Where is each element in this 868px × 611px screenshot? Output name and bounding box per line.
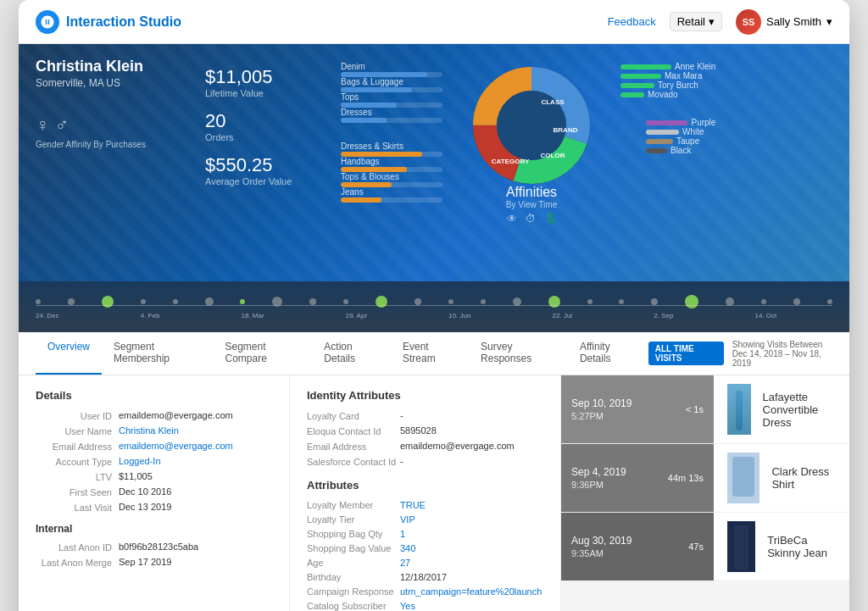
timeline-bubble [481, 299, 486, 304]
activity-date-left: Aug 30, 2019 9:35AM [571, 535, 632, 558]
attr-value[interactable]: Yes [400, 601, 543, 611]
category-bar-item: Jeans [341, 187, 442, 203]
activity-time: 9:35AM [571, 548, 632, 558]
svg-text:BRAND: BRAND [554, 126, 578, 134]
attr-value[interactable]: 27 [400, 558, 543, 568]
banner-content: Christina Klein Somerville, MA US ♀ ♂ Ge… [36, 58, 832, 225]
male-icon: ♂ [55, 114, 70, 136]
avg-order-label: Average Order Value [205, 176, 324, 186]
svg-text:COLOR: COLOR [541, 152, 565, 159]
chevron-down-icon: ▾ [709, 15, 715, 28]
detail-value: emaildemo@evergage.com [119, 410, 272, 420]
identity-value: emaildemo@evergage.com [400, 441, 543, 451]
attribute-row: Loyalty Member TRUE [307, 500, 543, 510]
retail-selector[interactable]: Retail ▾ [670, 12, 722, 31]
timeline-bubble [205, 297, 214, 306]
attribute-row: Catalog Subscriber Yes [307, 601, 543, 611]
tab-event-stream[interactable]: Event Stream [391, 332, 469, 375]
timeline-date: 4. Feb [141, 312, 160, 319]
detail-row: Account Type Logged-In [36, 456, 272, 467]
attr-value[interactable]: 340 [400, 543, 543, 553]
attr-value[interactable]: 1 [400, 529, 543, 539]
timeline-bubble [619, 299, 624, 304]
attr-value[interactable]: TRUE [400, 500, 543, 510]
detail-key: User Name [36, 425, 112, 436]
timeline-date: 2. Sep [654, 312, 673, 319]
detail-value: b0f96b28123c5aba [119, 542, 272, 552]
class-bar-item: Denim [341, 62, 442, 77]
detail-row: User Name Christina Klein [36, 425, 272, 436]
color-bar-item: Purple [646, 118, 715, 127]
tab-overview[interactable]: Overview [36, 332, 102, 375]
attribute-row: Campaign Response utm_campaign=feature%2… [307, 586, 543, 597]
attribute-row: Birthday 12/18/2017 [307, 572, 543, 582]
timeline-bubble [513, 297, 521, 306]
activity-duration: 47s [688, 542, 704, 552]
user-name: Sally Smith [766, 15, 821, 28]
product-image [727, 453, 760, 503]
timeline-date: 22. Jul [553, 312, 573, 319]
activity-panel: Sep 10, 2019 5:27PM < 1s Lafayette Conve… [561, 375, 849, 611]
activity-date-col: Sep 10, 2019 5:27PM < 1s [561, 375, 714, 443]
orders-metric: 20 Orders [205, 110, 324, 142]
tab-action-details[interactable]: Action Details [312, 332, 391, 375]
class-bar-item: Tops [341, 92, 442, 108]
tab-segment-membership[interactable]: Segment Membership [102, 332, 214, 375]
identity-key: Loyalty Card [307, 410, 400, 421]
header-right: Feedback Retail ▾ SS Sally Smith ▾ [608, 9, 832, 35]
detail-value[interactable]: Christina Klein [119, 425, 272, 436]
timeline-date: 29. Apr [346, 312, 367, 319]
timeline-bubble [309, 298, 316, 305]
date-range: Dec 14, 2018 – Nov 18, 2019 [732, 349, 832, 368]
detail-key: LTV [36, 471, 112, 482]
activity-item: Sep 10, 2019 5:27PM < 1s Lafayette Conve… [561, 375, 849, 444]
tab-affinity-details[interactable]: Affinity Details [568, 332, 648, 375]
profile-banner: Christina Klein Somerville, MA US ♀ ♂ Ge… [19, 44, 849, 281]
identity-value: - [400, 456, 543, 466]
user-menu[interactable]: SS Sally Smith ▾ [736, 9, 832, 35]
affinities-subtitle: By View Time [506, 200, 557, 209]
detail-value: $11,005 [119, 471, 272, 481]
clock-icon: ⏱ [526, 213, 536, 225]
identity-key: Email Address [307, 441, 400, 452]
timeline-bubble [415, 298, 421, 305]
affinities-section: Denim Bags & Luggage Tops Dresses Dresse… [341, 58, 832, 225]
detail-key: Last Anon ID [36, 542, 112, 553]
profile-info: Christina Klein Somerville, MA US ♀ ♂ Ge… [36, 58, 188, 225]
timeline-date: 24. Dec [36, 312, 59, 319]
all-time-badge[interactable]: ALL TIME VISITS [648, 342, 724, 365]
attr-key: Campaign Response [307, 586, 400, 597]
detail-value[interactable]: Logged-In [119, 456, 272, 466]
identity-value: - [400, 410, 543, 420]
orders-label: Orders [205, 132, 324, 142]
timeline-date: 18. Mar [241, 312, 264, 319]
class-bar-item: Bags & Luggage [341, 77, 442, 92]
activity-date-left: Sep 4, 2019 9:36PM [571, 466, 626, 490]
affinities-title: Affinities [506, 185, 557, 200]
lifetime-value-metric: $11,005 Lifetime Value [205, 66, 324, 98]
activity-date-col: Aug 30, 2019 9:35AM 47s [561, 513, 714, 580]
attribute-row: Age 27 [307, 558, 543, 568]
tabs-bar: OverviewSegment MembershipSegment Compar… [19, 332, 849, 375]
brand-color-bars: Anne Klein Max Mara Tory Burch Movado Pu… [620, 58, 715, 225]
eye-icon: 👁 [507, 213, 517, 225]
activity-date: Sep 10, 2019 [571, 397, 632, 409]
tab-survey-responses[interactable]: Survey Responses [469, 332, 568, 375]
detail-value[interactable]: emaildemo@evergage.com [119, 441, 272, 451]
internal-header: Internal [36, 523, 272, 535]
timeline-bubble [36, 299, 41, 304]
attr-value[interactable]: VIP [400, 514, 543, 525]
color-bar-item: White [646, 127, 715, 136]
activity-time: 9:36PM [571, 480, 626, 490]
attr-value[interactable]: utm_campaign=feature%20launch [400, 586, 543, 597]
timeline-bubble [793, 298, 800, 305]
tabs-left: OverviewSegment MembershipSegment Compar… [36, 332, 648, 375]
class-bars: Denim Bags & Luggage Tops Dresses Dresse… [341, 58, 442, 225]
tab-segment-compare[interactable]: Segment Compare [214, 332, 313, 375]
feedback-link[interactable]: Feedback [608, 15, 656, 28]
detail-row: First Seen Dec 10 2016 [36, 486, 272, 497]
timeline-bubble [240, 299, 245, 304]
attr-key: Catalog Subscriber [307, 601, 400, 611]
app-logo [36, 10, 59, 34]
identity-row: Salesforce Contact Id - [307, 456, 543, 467]
